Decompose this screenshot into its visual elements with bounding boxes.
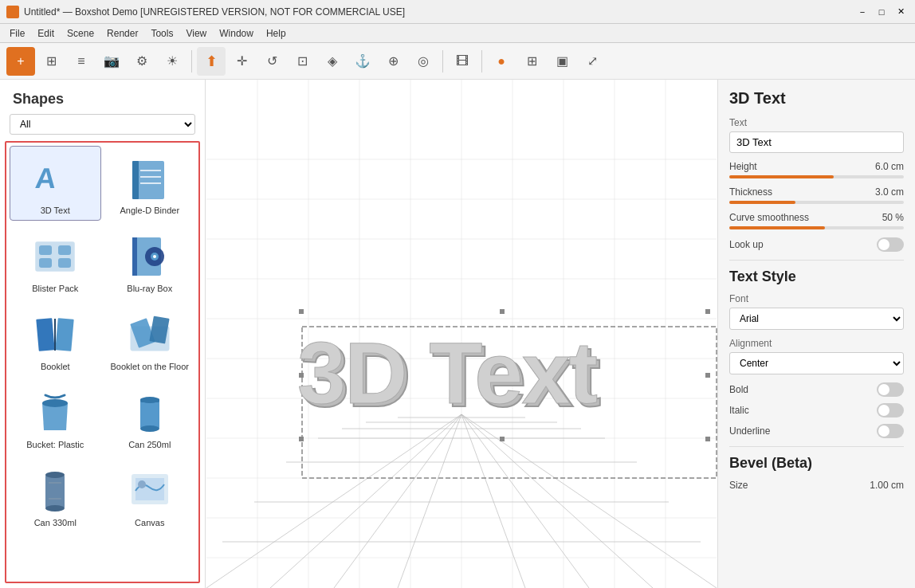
title-bar-text: Untitled* — Boxshot Demo [UNREGISTERED V… xyxy=(24,6,405,18)
shape-item-can330[interactable]: Can 330ml xyxy=(10,458,101,533)
svg-point-29 xyxy=(45,505,65,512)
italic-toggle[interactable] xyxy=(877,403,904,417)
camera-button[interactable]: 📷 xyxy=(97,47,126,76)
thickness-slider[interactable] xyxy=(729,201,904,204)
title-bar: Untitled* — Boxshot Demo [UNREGISTERED V… xyxy=(0,0,915,24)
select-button[interactable]: ⬆ xyxy=(197,47,226,76)
font-select[interactable]: Arial Times New Roman Verdana Helvetica xyxy=(729,308,904,330)
3d-sphere-button[interactable]: ● xyxy=(487,47,516,76)
shape-item-canvas[interactable]: Canvas xyxy=(104,458,196,533)
menu-item-help[interactable]: Help xyxy=(260,26,293,41)
canvas-area[interactable]: 3D Text 3D Text xyxy=(206,80,717,588)
shape-label-bucket: Bucket: Plastic xyxy=(26,440,84,449)
height-slider[interactable] xyxy=(729,175,904,178)
shape-item-3dtext[interactable]: A 3D Text xyxy=(10,146,101,221)
menu-item-view[interactable]: View xyxy=(179,26,213,41)
shape-item-blister[interactable]: Blister Pack xyxy=(10,224,101,299)
settings-button[interactable]: ⚙ xyxy=(128,47,156,76)
menu-item-scene[interactable]: Scene xyxy=(61,26,100,41)
menu-item-render[interactable]: Render xyxy=(100,26,144,41)
shape-label-bluray: Blu-ray Box xyxy=(127,284,172,293)
shape-item-bookletfloor[interactable]: Booklet on the Floor xyxy=(104,302,196,377)
svg-rect-75 xyxy=(705,309,710,314)
main-layout: Shapes All Boxes Books Cans Other A xyxy=(0,80,915,588)
menu-item-tools[interactable]: Tools xyxy=(144,26,179,41)
bevel-title: Bevel (Beta) xyxy=(729,455,904,472)
size-number: 1.00 xyxy=(870,480,888,491)
shape-icon-canvas xyxy=(124,465,175,516)
light-button[interactable]: ☀ xyxy=(158,47,187,76)
panel-title: 3D Text xyxy=(729,89,904,108)
bold-row: Bold xyxy=(729,382,904,397)
height-fill xyxy=(729,175,834,178)
shapes-sidebar: Shapes All Boxes Books Cans Other A xyxy=(0,80,206,588)
underline-toggle[interactable] xyxy=(877,424,904,438)
svg-point-15 xyxy=(153,255,156,258)
grid-view-button[interactable]: ⊞ xyxy=(37,47,65,76)
shape-item-bucket[interactable]: Bucket: Plastic xyxy=(10,380,101,455)
svg-rect-16 xyxy=(37,318,55,351)
sidebar-title: Shapes xyxy=(0,80,205,114)
thickness-track xyxy=(729,201,904,204)
text-input[interactable] xyxy=(729,131,904,153)
separator-1 xyxy=(191,50,192,73)
menu-item-file[interactable]: File xyxy=(3,26,31,41)
app-icon xyxy=(6,6,19,18)
lookup-label: Look up xyxy=(729,239,764,250)
3d-viewport: 3D Text 3D Text xyxy=(206,80,717,588)
svg-rect-76 xyxy=(299,437,304,441)
shape-icon-booklet xyxy=(29,309,81,360)
shape-icon-can330 xyxy=(29,465,81,516)
shape-label-can250: Can 250ml xyxy=(128,440,171,449)
close-button[interactable]: ✕ xyxy=(893,4,909,20)
svg-point-22 xyxy=(42,399,68,407)
expand-button[interactable]: ⤢ xyxy=(578,47,607,76)
move-button[interactable]: ✛ xyxy=(227,47,256,76)
shape-label-can330: Can 330ml xyxy=(34,518,77,527)
filter-select[interactable]: All Boxes Books Cans Other xyxy=(10,114,195,135)
height-unit: cm xyxy=(891,161,904,172)
italic-row: Italic xyxy=(729,403,904,417)
alignment-select[interactable]: Left Center Right xyxy=(729,352,904,374)
anchor-button[interactable]: ⚓ xyxy=(348,47,377,76)
scale-button[interactable]: ⊡ xyxy=(288,47,316,76)
transform-button[interactable]: ◈ xyxy=(318,47,347,76)
shape-item-booklet[interactable]: Booklet xyxy=(10,302,101,377)
flat-button[interactable]: ▣ xyxy=(548,47,576,76)
svg-point-25 xyxy=(140,425,159,432)
shape-icon-bucket xyxy=(29,387,81,438)
size-label: Size xyxy=(729,480,748,491)
shape-icon-binder xyxy=(124,153,175,204)
maximize-button[interactable]: □ xyxy=(874,4,889,20)
underline-row: Underline xyxy=(729,424,904,438)
thickness-number: 3.0 xyxy=(875,186,889,198)
curve-slider[interactable] xyxy=(729,226,904,229)
shape-label-bookletfloor: Booklet on the Floor xyxy=(111,362,189,371)
menu-item-edit[interactable]: Edit xyxy=(31,26,61,41)
height-label: Height xyxy=(729,161,757,172)
render-button[interactable]: ◎ xyxy=(409,47,438,76)
minimize-button[interactable]: − xyxy=(854,4,870,20)
menu-item-window[interactable]: Window xyxy=(213,26,260,41)
shape-label-canvas: Canvas xyxy=(135,518,164,527)
title-bar-left: Untitled* — Boxshot Demo [UNREGISTERED V… xyxy=(6,6,405,18)
shape-label-3dtext: 3D Text xyxy=(41,206,70,215)
shape-item-can250[interactable]: Can 250ml xyxy=(104,380,196,455)
bold-toggle[interactable] xyxy=(877,382,904,397)
add-button[interactable]: + xyxy=(6,47,35,76)
align-button[interactable]: ⊕ xyxy=(379,47,407,76)
3d-grid-button[interactable]: ⊞ xyxy=(517,47,546,76)
rotate-button[interactable]: ↺ xyxy=(257,47,286,76)
svg-text:3D Text: 3D Text xyxy=(297,323,598,421)
shape-item-binder[interactable]: Angle-D Binder xyxy=(104,146,196,221)
svg-rect-23 xyxy=(140,400,159,429)
list-view-button[interactable]: ≡ xyxy=(67,47,96,76)
font-label: Font xyxy=(729,293,904,304)
lookup-toggle[interactable] xyxy=(877,237,904,252)
svg-rect-8 xyxy=(58,245,71,255)
shape-item-bluray[interactable]: Blu-ray Box xyxy=(104,224,196,299)
film-button[interactable]: 🎞 xyxy=(448,47,477,76)
height-track xyxy=(729,175,904,178)
italic-label: Italic xyxy=(729,405,749,416)
shape-icon-blister xyxy=(29,231,81,282)
